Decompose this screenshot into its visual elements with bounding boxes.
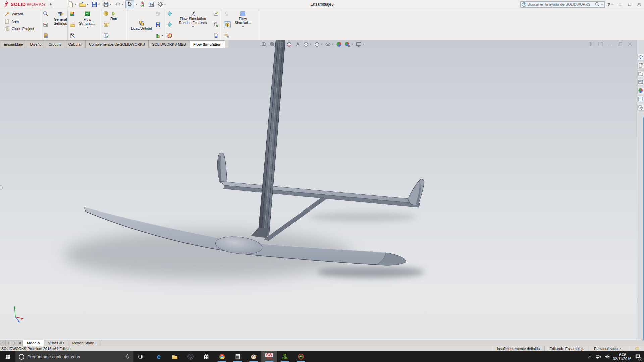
results-summary-icon[interactable] — [155, 11, 161, 16]
expand-right-pane-button[interactable] — [598, 41, 603, 47]
wizard-button[interactable]: Wizard — [3, 10, 35, 17]
lightbulb-icon[interactable] — [224, 11, 229, 16]
options-dropdown-icon[interactable] — [164, 4, 166, 5]
solidworks-app-button[interactable]: SW2016 — [261, 351, 277, 362]
new-dropdown-icon[interactable] — [74, 4, 76, 5]
goals-flag-icon[interactable] — [70, 33, 75, 38]
task-view-button[interactable] — [133, 351, 147, 362]
hide-show-dropdown-icon[interactable] — [332, 44, 334, 45]
new-document-button[interactable] — [67, 1, 77, 8]
flow-trajectories-icon[interactable] — [167, 33, 172, 38]
tab-complementos[interactable]: Complementos de SOLIDWORKS — [86, 40, 149, 48]
flow-simulation-app-button[interactable] — [293, 351, 309, 362]
save-results-icon[interactable] — [155, 22, 161, 27]
help-button[interactable]: ? — [607, 2, 613, 7]
restore-button[interactable] — [627, 2, 632, 7]
file-explorer-button[interactable] — [637, 70, 644, 77]
cortana-search-input[interactable] — [27, 354, 122, 359]
zoom-check-icon[interactable] — [43, 11, 48, 16]
edrawings-app-button[interactable]: e2016 — [277, 351, 293, 362]
file-explorer-app-button[interactable] — [167, 351, 182, 362]
tab-ensamblaje[interactable]: Ensamblaje — [0, 40, 26, 48]
tab-vistas-3d[interactable]: Vistas 3D — [44, 340, 68, 346]
open-dropdown-icon[interactable] — [86, 4, 88, 5]
volume-icon[interactable] — [604, 354, 610, 359]
search-dropdown-icon[interactable] — [601, 4, 603, 5]
calculator-app-button[interactable] — [230, 351, 246, 362]
view-orientation-dropdown-icon[interactable] — [310, 44, 312, 45]
help-dropdown-icon[interactable] — [611, 4, 613, 5]
show-mesh-active-button[interactable] — [224, 21, 231, 28]
tray-chevron-icon[interactable] — [587, 354, 592, 359]
tag-area[interactable] — [630, 346, 644, 351]
undo-dropdown-icon[interactable] — [121, 4, 123, 5]
doc-minimize-button[interactable] — [608, 41, 613, 47]
plot-chart-icon[interactable] — [155, 33, 161, 38]
chrome-app-button[interactable] — [214, 351, 230, 362]
save-dropdown-icon[interactable] — [98, 4, 100, 5]
xy-plot-icon[interactable] — [213, 11, 219, 16]
edit-appearance-button[interactable] — [335, 41, 343, 48]
start-button[interactable] — [0, 351, 15, 362]
graphics-viewport[interactable]: Ensamblaje Diseño Croquis Calcular Compl… — [0, 40, 644, 340]
edge-app-button[interactable]: e — [151, 351, 167, 362]
report-doc-icon[interactable] — [213, 33, 219, 38]
help-search-input[interactable] — [528, 2, 594, 6]
clone-project-button[interactable]: Clone Project — [3, 25, 35, 32]
section-view-button[interactable] — [285, 41, 293, 48]
design-library-button[interactable] — [637, 62, 644, 69]
flow-simulation-display-button[interactable]: Flow Simulati... — [232, 10, 253, 40]
paint-app-button[interactable] — [246, 351, 261, 362]
goals-plot-icon[interactable] — [213, 22, 219, 27]
tab-scroll-first-button[interactable] — [0, 340, 6, 346]
doc-close-button[interactable] — [627, 41, 633, 47]
tab-scroll-last-button[interactable] — [17, 340, 23, 346]
hydrofoil-model[interactable] — [0, 40, 644, 340]
tab-calcular[interactable]: Calcular — [65, 40, 86, 48]
engineering-database-icon[interactable] — [43, 33, 48, 38]
forum-button[interactable] — [637, 104, 644, 111]
zoom-to-area-button[interactable] — [269, 41, 276, 48]
taskbar-clock[interactable]: 9:29 02/11/2016 — [613, 352, 631, 361]
mesh-honeycomb-icon[interactable] — [103, 22, 109, 27]
tab-mbd[interactable]: SOLIDWORKS MBD — [149, 40, 190, 48]
help-search-box[interactable]: ? — [520, 1, 605, 8]
run-button[interactable]: Run — [110, 10, 117, 40]
previous-view-button[interactable] — [277, 41, 284, 48]
select-tool-button[interactable] — [125, 0, 134, 8]
global-mesh-icon[interactable] — [103, 11, 109, 16]
rebuild-button[interactable] — [138, 1, 146, 8]
network-icon[interactable] — [596, 354, 601, 359]
chart-dropdown-icon[interactable] — [161, 35, 163, 36]
expand-left-pane-button[interactable] — [588, 41, 594, 47]
open-document-button[interactable] — [78, 1, 89, 8]
cortana-search-box[interactable] — [15, 351, 133, 362]
print-button[interactable] — [102, 1, 113, 8]
apply-scene-dropdown-icon[interactable] — [351, 44, 353, 45]
hide-show-items-button[interactable] — [324, 41, 334, 48]
tab-croquis[interactable]: Croquis — [45, 40, 65, 48]
view-settings-dropdown-icon[interactable] — [362, 44, 364, 45]
view-settings-button[interactable] — [355, 41, 365, 48]
menu-flyout-button[interactable] — [49, 1, 53, 8]
mast[interactable] — [258, 40, 285, 235]
doc-restore-button[interactable] — [618, 41, 623, 47]
action-center-button[interactable]: 1 — [635, 353, 641, 360]
tab-motion-study[interactable]: Motion Study 1 — [68, 340, 101, 346]
tab-scroll-prev-button[interactable] — [6, 340, 11, 346]
load-results-icon[interactable] — [70, 22, 75, 27]
appearances-button[interactable] — [637, 87, 644, 94]
surface-plot-diamond-icon[interactable] — [167, 22, 172, 27]
units-map-icon[interactable] — [70, 11, 75, 16]
print-dropdown-icon[interactable] — [110, 4, 112, 5]
new-project-button[interactable]: New — [3, 18, 35, 25]
file-properties-button[interactable] — [147, 1, 155, 8]
tab-flow-simulation[interactable]: Flow Simulation — [190, 40, 225, 48]
component-control-icon[interactable] — [43, 22, 48, 27]
load-unload-button[interactable]: Load/Unload — [129, 10, 154, 40]
tab-scroll-next-button[interactable] — [11, 340, 17, 346]
cut-plot-diamond-icon[interactable] — [167, 11, 172, 16]
minimize-button[interactable] — [618, 2, 623, 7]
flow-sim-left-dropdown-icon[interactable] — [86, 27, 88, 28]
batch-run-icon[interactable] — [103, 33, 109, 38]
